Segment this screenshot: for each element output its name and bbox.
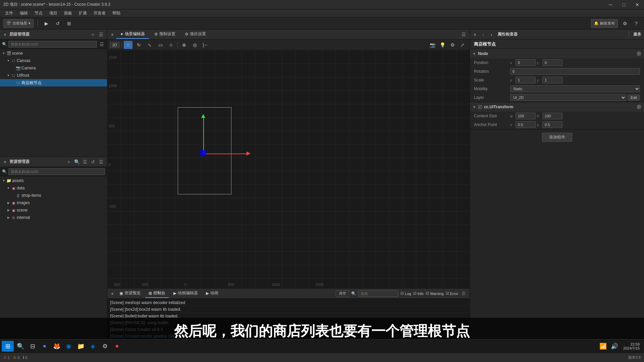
taskbar-app1[interactable]: ⚙ — [100, 341, 110, 352]
search-asset-button[interactable]: 🔍 — [73, 159, 80, 165]
menu-edit[interactable]: 编辑 — [16, 9, 31, 17]
scale-tool-button[interactable]: ⤡ — [145, 41, 154, 49]
tab-console[interactable]: ⊞ 控制台 — [145, 289, 169, 298]
console-menu-button[interactable]: ☰ — [460, 290, 467, 297]
scene-light-button[interactable]: 💡 — [438, 41, 447, 49]
layer-select[interactable]: UI_2D — [510, 94, 626, 101]
taskbar-firefox[interactable]: 🦊 — [51, 341, 62, 352]
play-button[interactable]: ▶ — [42, 19, 51, 27]
console-clear-button[interactable]: 清空 — [336, 290, 349, 297]
tree-item-shoproot[interactable]: ▶ □ 商店根节点 — [0, 79, 107, 86]
asset-item-internal[interactable]: ▶ ⊞ internal — [0, 214, 107, 221]
service-tab[interactable]: 服务 — [633, 32, 641, 37]
menu-project[interactable]: 项目 — [46, 9, 61, 17]
snap-button[interactable]: |← — [201, 41, 210, 49]
taskbar-volume[interactable]: 🔊 — [609, 341, 620, 352]
filter-log[interactable]: ☑ Log — [400, 291, 411, 296]
anchor-y-input[interactable] — [542, 121, 562, 128]
menu-file[interactable]: 文件 — [2, 9, 16, 17]
props-forward-button[interactable]: › — [488, 31, 495, 38]
mobility-select[interactable]: Static — [510, 85, 640, 92]
refresh-button[interactable]: ↺ — [53, 19, 62, 27]
menu-panel[interactable]: 面板 — [61, 9, 75, 17]
tab-scene-editor[interactable]: ✦ 场景编辑器 — [116, 30, 149, 39]
menu-extend[interactable]: 扩展 — [75, 9, 90, 17]
asset-item-shopitems[interactable]: ▶ {} shop-items — [0, 192, 107, 199]
taskbar-vscode[interactable]: ◈ — [88, 341, 98, 352]
taskbar-explorer[interactable]: 📁 — [75, 341, 86, 352]
maximize-button[interactable]: □ — [617, 0, 631, 9]
width-input[interactable] — [516, 113, 536, 119]
toolbar-scene-dropdown[interactable]: 🎬 当前场景 ▾ — [3, 19, 34, 28]
tab-anim-editor[interactable]: ▶ 动画编辑器 — [170, 289, 201, 298]
layer-edit-button[interactable]: Edit — [628, 95, 640, 101]
anchor-tool-button[interactable]: ⊕ — [180, 41, 189, 49]
tree-item-uiroot[interactable]: ▼ □ UIRoot — [0, 72, 107, 79]
position-y-input[interactable] — [542, 59, 562, 66]
transform-tool-button[interactable]: ⊹ — [167, 41, 175, 49]
position-x-input[interactable] — [516, 59, 536, 66]
filter-error[interactable]: ☑ Error — [446, 291, 458, 296]
props-back-button[interactable]: ‹ — [480, 31, 487, 38]
hierarchy-search-input[interactable] — [8, 41, 97, 48]
scene-maximize-button[interactable]: ⤢ — [458, 41, 467, 49]
menu-help[interactable]: 帮助 — [109, 9, 124, 17]
tab-project-settings[interactable]: ⚙ 项目设置 — [181, 30, 210, 39]
filter-warning[interactable]: ☑ Warning — [426, 291, 444, 296]
node-info-icon[interactable]: i — [637, 51, 641, 56]
move-tool-button[interactable]: ✛ — [124, 41, 132, 49]
asset-item-data[interactable]: ▼ ▣ data — [0, 184, 107, 192]
tree-item-canvas[interactable]: ▼ □ Canvas — [0, 57, 107, 64]
console-search-input[interactable] — [358, 290, 398, 297]
asset-item-assets[interactable]: ▼ 📁 assets — [0, 177, 107, 184]
hierarchy-filter-button[interactable]: ☰ — [98, 41, 105, 48]
tree-item-camera[interactable]: ▶ 📷 Camera — [0, 64, 107, 72]
add-node-button[interactable]: + — [90, 31, 96, 38]
start-button[interactable]: ⊞ — [2, 341, 14, 352]
rotation-input[interactable] — [510, 68, 640, 75]
close-button[interactable]: ✕ — [631, 0, 644, 9]
asset-refresh-button[interactable]: ↺ — [90, 159, 96, 165]
taskbar-chrome[interactable]: ● — [39, 341, 50, 352]
asset-item-images[interactable]: ▶ ▣ images — [0, 199, 107, 206]
taskbar-network[interactable]: 📶 — [598, 341, 608, 352]
asset-item-scene[interactable]: ▶ ▣ scene — [0, 206, 107, 214]
tab-anim[interactable]: ▶ 动画 — [203, 289, 222, 298]
asset-view-button[interactable]: ☰ — [82, 159, 88, 165]
add-component-button[interactable]: 添加组件 — [542, 133, 572, 142]
scene-settings-button[interactable]: ⚙ — [448, 41, 457, 49]
settings-button[interactable]: ⚙ — [621, 19, 629, 27]
uitransform-info-icon[interactable]: i — [637, 105, 641, 109]
node-section-header[interactable]: ▼ Node i — [470, 49, 644, 58]
taskbar-search[interactable]: 🔍 — [15, 341, 26, 352]
menu-node[interactable]: 节点 — [31, 9, 46, 17]
uitransform-checkbox[interactable]: ✓ — [478, 105, 482, 109]
scene-camera-button[interactable]: 📷 — [428, 41, 437, 49]
rotate-tool-button[interactable]: ↻ — [135, 41, 143, 49]
scene-panel-menu[interactable]: ☰ — [460, 31, 467, 38]
rect-tool-button[interactable]: ▭ — [156, 41, 165, 49]
hierarchy-menu-button[interactable]: ☰ — [98, 31, 104, 38]
asset-search-input[interactable] — [8, 168, 105, 175]
height-input[interactable] — [542, 113, 562, 119]
minimize-button[interactable]: ─ — [604, 0, 617, 9]
taskbar-taskview[interactable]: ⊟ — [27, 341, 38, 352]
anchor-x-input[interactable] — [516, 121, 536, 128]
asset-menu-button[interactable]: ☰ — [98, 159, 104, 165]
tab-prefab-settings[interactable]: ⚙ 预制设置 — [150, 30, 179, 39]
help-button[interactable]: ? — [632, 19, 641, 27]
taskbar-app2[interactable]: ● — [112, 341, 122, 352]
scale-y-input[interactable] — [542, 77, 562, 83]
layout-button[interactable]: ⊞ — [65, 19, 73, 27]
publish-button[interactable]: 🔔 触发发布 — [591, 19, 618, 28]
tab-asset-preview[interactable]: ▣ 资源预览 — [116, 289, 144, 298]
pivot-button[interactable]: ◎ — [191, 41, 199, 49]
scene-canvas[interactable]: 1500 1000 500 0 -500 000 -500 0 500 1000… — [107, 50, 470, 288]
uitransform-section-header[interactable]: ▼ ✓ cc.UITransform i — [470, 102, 644, 112]
view-2d-badge[interactable]: 2D — [110, 42, 119, 48]
menu-developer[interactable]: 开发者 — [90, 9, 109, 17]
add-asset-button[interactable]: + — [65, 159, 72, 165]
tree-item-scene[interactable]: ▼ 🎬 scene — [0, 50, 107, 57]
taskbar-clock[interactable]: 22:59 2024/7/15 — [621, 342, 642, 350]
taskbar-edge[interactable]: ◉ — [63, 341, 74, 352]
